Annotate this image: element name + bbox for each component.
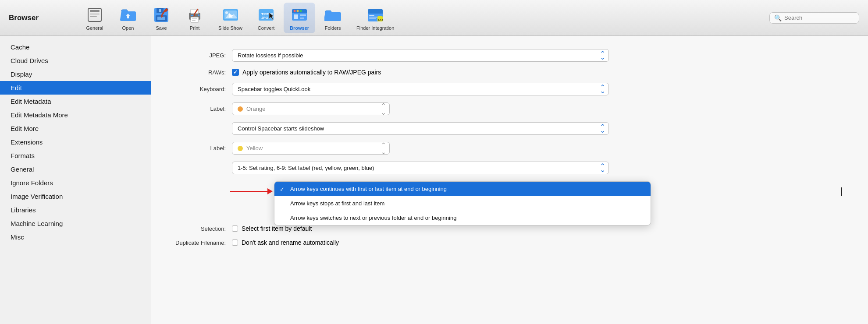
toolbar-slideshow[interactable]: Slide Show [212, 3, 249, 33]
svg-text:EXT: EXT [378, 18, 384, 21]
orange-dot-icon [238, 106, 243, 112]
toolbar-print[interactable]: Print [179, 3, 210, 33]
raws-control: ✓ Apply operations automatically to RAW/… [232, 69, 609, 76]
sidebar-item-extensions[interactable]: Extensions [0, 135, 151, 149]
checkmark-icon: ✓ [233, 69, 238, 75]
search-bar[interactable]: 🔍 [769, 12, 859, 24]
cursor-indicator [841, 187, 842, 196]
label2-select-wrapper: Yellow ⌃⌄ [232, 142, 390, 155]
app-title: Browser [9, 14, 61, 22]
toolbar-finder-integration[interactable]: EXT Finder Integration [350, 3, 400, 33]
raws-checkbox[interactable]: ✓ [232, 69, 239, 76]
folders-label: Folders [325, 25, 341, 31]
slideshow-label: Slide Show [218, 25, 242, 31]
keyboard-select[interactable]: Spacebar toggles QuickLook [232, 83, 609, 95]
selection-row: Selection: Select first item by default [169, 225, 850, 232]
toolbar-general[interactable]: General [79, 3, 110, 33]
sidebar-item-edit-metadata-more[interactable]: Edit Metadata More [0, 108, 151, 122]
search-input[interactable] [784, 14, 854, 21]
yellow-dot-icon [238, 146, 243, 151]
selection-label: Selection: [169, 225, 226, 232]
duplicate-row: Duplicate Filename: Don't ask and rename… [169, 239, 850, 246]
label1-select-wrapper: Orange ⌃⌄ [232, 102, 390, 115]
rating-control: 1-5: Set rating, 6-9: Set label (red, ye… [232, 162, 609, 174]
open-label: Open [122, 25, 134, 31]
sidebar-item-general[interactable]: General [0, 162, 151, 176]
search-icon: 🔍 [774, 14, 782, 21]
label2-select[interactable]: Yellow [232, 142, 390, 155]
convert-label: Convert [258, 25, 275, 31]
svg-rect-15 [192, 18, 197, 19]
svg-rect-45 [369, 17, 378, 18]
toolbar-convert[interactable]: TIFF JPG PNG Convert [250, 3, 282, 33]
browser-label: Browser [290, 25, 309, 31]
label2-value: Yellow [246, 145, 263, 151]
svg-text:JPG: JPG [261, 16, 268, 20]
convert-icon: TIFF JPG PNG [256, 5, 276, 25]
print-label: Print [190, 25, 200, 31]
raws-text: Apply operations automatically to RAW/JP… [242, 69, 381, 76]
keyboard-label: Keyboard: [169, 86, 226, 92]
duplicate-control: Don't ask and rename automatically [232, 239, 609, 246]
selected-checkmark-icon: ✓ [280, 186, 285, 192]
svg-rect-44 [369, 15, 374, 16]
label1-select[interactable]: Orange [232, 102, 390, 115]
jpeg-select[interactable]: Rotate lossless if possible [232, 49, 609, 62]
label2-row: Label: Yellow ⌃⌄ [169, 142, 850, 155]
sidebar-item-image-verification[interactable]: Image Verification [0, 190, 151, 203]
svg-rect-2 [90, 14, 100, 14]
toolbar-browser[interactable]: Browser [284, 3, 315, 33]
sidebar-item-cache[interactable]: Cache [0, 40, 151, 54]
sidebar-item-formats[interactable]: Formats [0, 149, 151, 162]
label2-control: Yellow ⌃⌄ [232, 142, 609, 155]
sidebar-item-libraries[interactable]: Libraries [0, 203, 151, 217]
jpeg-control: Rotate lossless if possible ⌃⌄ [232, 49, 609, 62]
sidebar-item-edit[interactable]: Edit [0, 81, 151, 95]
main-layout: Cache Cloud Drives Display Edit Edit Met… [0, 36, 868, 324]
folders-icon [323, 5, 342, 25]
selection-checkbox[interactable] [232, 225, 238, 232]
svg-rect-38 [294, 14, 298, 19]
svg-rect-14 [191, 17, 199, 22]
toolbar-folders[interactable]: Folders [317, 3, 349, 33]
sidebar-item-misc[interactable]: Misc [0, 230, 151, 244]
svg-rect-43 [368, 12, 383, 14]
open-icon [118, 5, 138, 25]
svg-rect-1 [90, 10, 100, 12]
svg-rect-3 [90, 16, 97, 17]
dropdown-item-2[interactable]: Arrow keys switches to next or previous … [274, 211, 651, 225]
rating-select[interactable]: 1-5: Set rating, 6-9: Set label (red, ye… [232, 162, 609, 174]
svg-point-17 [198, 14, 199, 16]
dropdown-item-1[interactable]: Arrow keys stops at first and last item [274, 196, 651, 211]
control-spacebar-row: Control Spacebar starts slideshow ⌃⌄ [169, 122, 850, 135]
sidebar-item-edit-more[interactable]: Edit More [0, 122, 151, 135]
sidebar-item-display[interactable]: Display [0, 67, 151, 81]
sidebar: Cache Cloud Drives Display Edit Edit Met… [0, 36, 151, 324]
arrow-keys-dropdown: ✓ Arrow keys continues with first or las… [274, 181, 651, 225]
control-spacebar-select[interactable]: Control Spacebar starts slideshow [232, 122, 609, 135]
sidebar-item-machine-learning[interactable]: Machine Learning [0, 217, 151, 230]
toolbar-save[interactable]: Save [146, 3, 177, 33]
label1-control: Orange ⌃⌄ [232, 102, 609, 115]
selection-checkbox-row: Select first item by default [232, 225, 609, 232]
red-arrow-line [230, 191, 267, 192]
print-icon [185, 5, 204, 25]
duplicate-text: Don't ask and rename automatically [242, 239, 339, 246]
sidebar-item-cloud-drives[interactable]: Cloud Drives [0, 54, 151, 67]
selection-control: Select first item by default [232, 225, 609, 232]
dropdown-item-0[interactable]: ✓ Arrow keys continues with first or las… [274, 182, 651, 196]
control-spacebar-control: Control Spacebar starts slideshow ⌃⌄ [232, 122, 609, 135]
toolbar-open[interactable]: Open [112, 3, 144, 33]
sidebar-item-edit-metadata[interactable]: Edit Metadata [0, 95, 151, 108]
duplicate-checkbox[interactable] [232, 239, 238, 246]
rating-row: 1-5: Set rating, 6-9: Set label (red, ye… [169, 162, 850, 174]
svg-point-35 [294, 10, 296, 12]
finder-icon: EXT [366, 5, 385, 25]
label1-row: Label: Orange ⌃⌄ [169, 102, 850, 115]
keyboard-control: Spacebar toggles QuickLook ⌃⌄ [232, 83, 609, 95]
browser-icon [290, 5, 309, 25]
svg-rect-39 [300, 14, 306, 16]
label1-label: Label: [169, 106, 226, 112]
sidebar-item-ignore-folders[interactable]: Ignore Folders [0, 176, 151, 190]
jpeg-label: JPEG: [169, 52, 226, 59]
